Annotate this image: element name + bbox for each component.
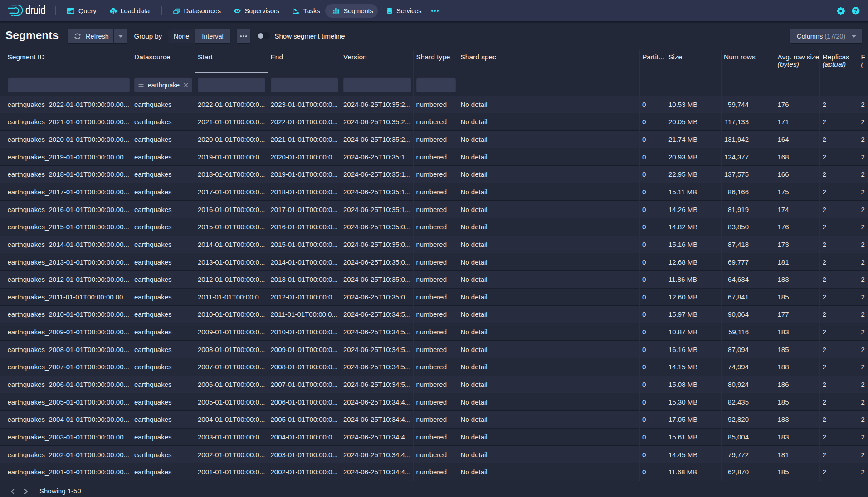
svg-text:?: ? <box>854 8 857 14</box>
